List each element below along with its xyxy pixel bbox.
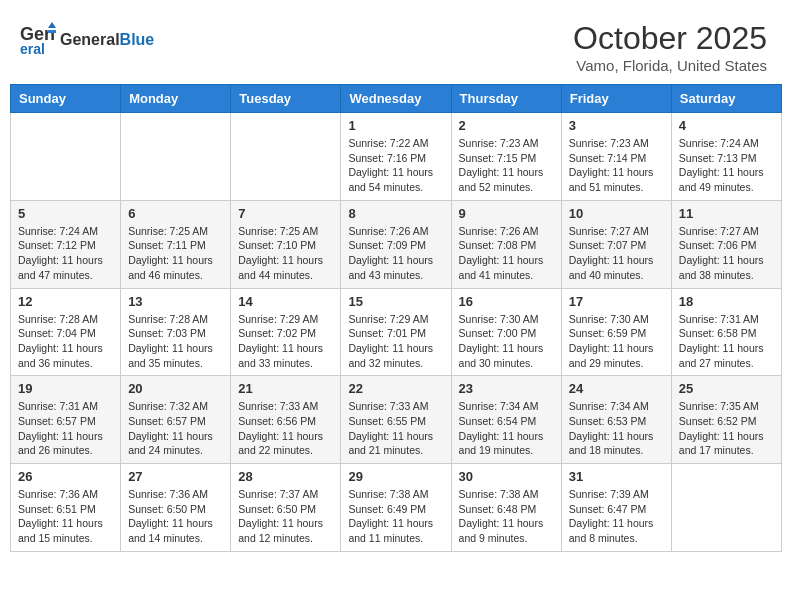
- day-number: 28: [238, 469, 333, 484]
- day-info: Sunrise: 7:31 AMSunset: 6:58 PMDaylight:…: [679, 312, 774, 371]
- calendar-cell: 31Sunrise: 7:39 AMSunset: 6:47 PMDayligh…: [561, 464, 671, 552]
- day-number: 22: [348, 381, 443, 396]
- day-header-monday: Monday: [121, 85, 231, 113]
- day-number: 12: [18, 294, 113, 309]
- calendar-cell: 5Sunrise: 7:24 AMSunset: 7:12 PMDaylight…: [11, 200, 121, 288]
- day-number: 23: [459, 381, 554, 396]
- calendar-cell: 8Sunrise: 7:26 AMSunset: 7:09 PMDaylight…: [341, 200, 451, 288]
- day-info: Sunrise: 7:25 AMSunset: 7:11 PMDaylight:…: [128, 224, 223, 283]
- calendar-cell: 21Sunrise: 7:33 AMSunset: 6:56 PMDayligh…: [231, 376, 341, 464]
- day-number: 26: [18, 469, 113, 484]
- calendar-cell: 15Sunrise: 7:29 AMSunset: 7:01 PMDayligh…: [341, 288, 451, 376]
- page-header: Gen eral GeneralBlue October 2025 Vamo, …: [10, 10, 782, 84]
- day-number: 27: [128, 469, 223, 484]
- day-number: 9: [459, 206, 554, 221]
- calendar-cell: 6Sunrise: 7:25 AMSunset: 7:11 PMDaylight…: [121, 200, 231, 288]
- month-title: October 2025: [573, 20, 767, 57]
- day-number: 7: [238, 206, 333, 221]
- day-info: Sunrise: 7:36 AMSunset: 6:50 PMDaylight:…: [128, 487, 223, 546]
- day-number: 10: [569, 206, 664, 221]
- day-number: 17: [569, 294, 664, 309]
- calendar-cell: 14Sunrise: 7:29 AMSunset: 7:02 PMDayligh…: [231, 288, 341, 376]
- title-block: October 2025 Vamo, Florida, United State…: [573, 20, 767, 74]
- day-info: Sunrise: 7:26 AMSunset: 7:09 PMDaylight:…: [348, 224, 443, 283]
- day-header-sunday: Sunday: [11, 85, 121, 113]
- calendar-header-row: SundayMondayTuesdayWednesdayThursdayFrid…: [11, 85, 782, 113]
- day-number: 6: [128, 206, 223, 221]
- day-number: 18: [679, 294, 774, 309]
- day-number: 15: [348, 294, 443, 309]
- calendar-cell: 1Sunrise: 7:22 AMSunset: 7:16 PMDaylight…: [341, 113, 451, 201]
- day-header-wednesday: Wednesday: [341, 85, 451, 113]
- day-number: 11: [679, 206, 774, 221]
- calendar-cell: 23Sunrise: 7:34 AMSunset: 6:54 PMDayligh…: [451, 376, 561, 464]
- week-row-1: 1Sunrise: 7:22 AMSunset: 7:16 PMDaylight…: [11, 113, 782, 201]
- calendar-cell: [231, 113, 341, 201]
- day-number: 1: [348, 118, 443, 133]
- day-number: 3: [569, 118, 664, 133]
- day-info: Sunrise: 7:25 AMSunset: 7:10 PMDaylight:…: [238, 224, 333, 283]
- day-number: 24: [569, 381, 664, 396]
- day-info: Sunrise: 7:32 AMSunset: 6:57 PMDaylight:…: [128, 399, 223, 458]
- day-info: Sunrise: 7:27 AMSunset: 7:06 PMDaylight:…: [679, 224, 774, 283]
- day-info: Sunrise: 7:39 AMSunset: 6:47 PMDaylight:…: [569, 487, 664, 546]
- calendar-cell: [11, 113, 121, 201]
- day-number: 8: [348, 206, 443, 221]
- calendar-cell: 16Sunrise: 7:30 AMSunset: 7:00 PMDayligh…: [451, 288, 561, 376]
- calendar-cell: 25Sunrise: 7:35 AMSunset: 6:52 PMDayligh…: [671, 376, 781, 464]
- day-info: Sunrise: 7:28 AMSunset: 7:03 PMDaylight:…: [128, 312, 223, 371]
- svg-rect-3: [48, 30, 56, 33]
- day-info: Sunrise: 7:36 AMSunset: 6:51 PMDaylight:…: [18, 487, 113, 546]
- logo-icon: Gen eral: [20, 20, 56, 60]
- calendar-cell: [121, 113, 231, 201]
- calendar-cell: 7Sunrise: 7:25 AMSunset: 7:10 PMDaylight…: [231, 200, 341, 288]
- day-info: Sunrise: 7:33 AMSunset: 6:56 PMDaylight:…: [238, 399, 333, 458]
- calendar-cell: 3Sunrise: 7:23 AMSunset: 7:14 PMDaylight…: [561, 113, 671, 201]
- calendar-cell: 12Sunrise: 7:28 AMSunset: 7:04 PMDayligh…: [11, 288, 121, 376]
- logo: Gen eral GeneralBlue: [20, 20, 154, 60]
- day-info: Sunrise: 7:23 AMSunset: 7:14 PMDaylight:…: [569, 136, 664, 195]
- day-info: Sunrise: 7:22 AMSunset: 7:16 PMDaylight:…: [348, 136, 443, 195]
- calendar-cell: 29Sunrise: 7:38 AMSunset: 6:49 PMDayligh…: [341, 464, 451, 552]
- calendar-cell: [671, 464, 781, 552]
- day-info: Sunrise: 7:38 AMSunset: 6:49 PMDaylight:…: [348, 487, 443, 546]
- week-row-3: 12Sunrise: 7:28 AMSunset: 7:04 PMDayligh…: [11, 288, 782, 376]
- day-number: 29: [348, 469, 443, 484]
- calendar-cell: 10Sunrise: 7:27 AMSunset: 7:07 PMDayligh…: [561, 200, 671, 288]
- day-info: Sunrise: 7:30 AMSunset: 6:59 PMDaylight:…: [569, 312, 664, 371]
- day-info: Sunrise: 7:24 AMSunset: 7:12 PMDaylight:…: [18, 224, 113, 283]
- day-number: 13: [128, 294, 223, 309]
- day-info: Sunrise: 7:24 AMSunset: 7:13 PMDaylight:…: [679, 136, 774, 195]
- calendar-cell: 4Sunrise: 7:24 AMSunset: 7:13 PMDaylight…: [671, 113, 781, 201]
- day-number: 19: [18, 381, 113, 396]
- calendar-cell: 27Sunrise: 7:36 AMSunset: 6:50 PMDayligh…: [121, 464, 231, 552]
- calendar-cell: 13Sunrise: 7:28 AMSunset: 7:03 PMDayligh…: [121, 288, 231, 376]
- logo-general: General: [60, 31, 120, 48]
- day-header-tuesday: Tuesday: [231, 85, 341, 113]
- day-number: 16: [459, 294, 554, 309]
- day-number: 30: [459, 469, 554, 484]
- day-info: Sunrise: 7:35 AMSunset: 6:52 PMDaylight:…: [679, 399, 774, 458]
- calendar-cell: 18Sunrise: 7:31 AMSunset: 6:58 PMDayligh…: [671, 288, 781, 376]
- day-info: Sunrise: 7:27 AMSunset: 7:07 PMDaylight:…: [569, 224, 664, 283]
- week-row-4: 19Sunrise: 7:31 AMSunset: 6:57 PMDayligh…: [11, 376, 782, 464]
- week-row-5: 26Sunrise: 7:36 AMSunset: 6:51 PMDayligh…: [11, 464, 782, 552]
- calendar-cell: 19Sunrise: 7:31 AMSunset: 6:57 PMDayligh…: [11, 376, 121, 464]
- day-number: 31: [569, 469, 664, 484]
- svg-text:eral: eral: [20, 41, 45, 56]
- day-number: 4: [679, 118, 774, 133]
- calendar-cell: 20Sunrise: 7:32 AMSunset: 6:57 PMDayligh…: [121, 376, 231, 464]
- day-number: 2: [459, 118, 554, 133]
- day-info: Sunrise: 7:34 AMSunset: 6:54 PMDaylight:…: [459, 399, 554, 458]
- day-info: Sunrise: 7:38 AMSunset: 6:48 PMDaylight:…: [459, 487, 554, 546]
- day-info: Sunrise: 7:26 AMSunset: 7:08 PMDaylight:…: [459, 224, 554, 283]
- calendar-cell: 9Sunrise: 7:26 AMSunset: 7:08 PMDaylight…: [451, 200, 561, 288]
- calendar-cell: 28Sunrise: 7:37 AMSunset: 6:50 PMDayligh…: [231, 464, 341, 552]
- day-number: 20: [128, 381, 223, 396]
- calendar-cell: 17Sunrise: 7:30 AMSunset: 6:59 PMDayligh…: [561, 288, 671, 376]
- calendar-cell: 24Sunrise: 7:34 AMSunset: 6:53 PMDayligh…: [561, 376, 671, 464]
- day-info: Sunrise: 7:33 AMSunset: 6:55 PMDaylight:…: [348, 399, 443, 458]
- day-info: Sunrise: 7:37 AMSunset: 6:50 PMDaylight:…: [238, 487, 333, 546]
- logo-text: GeneralBlue: [60, 31, 154, 49]
- calendar-cell: 2Sunrise: 7:23 AMSunset: 7:15 PMDaylight…: [451, 113, 561, 201]
